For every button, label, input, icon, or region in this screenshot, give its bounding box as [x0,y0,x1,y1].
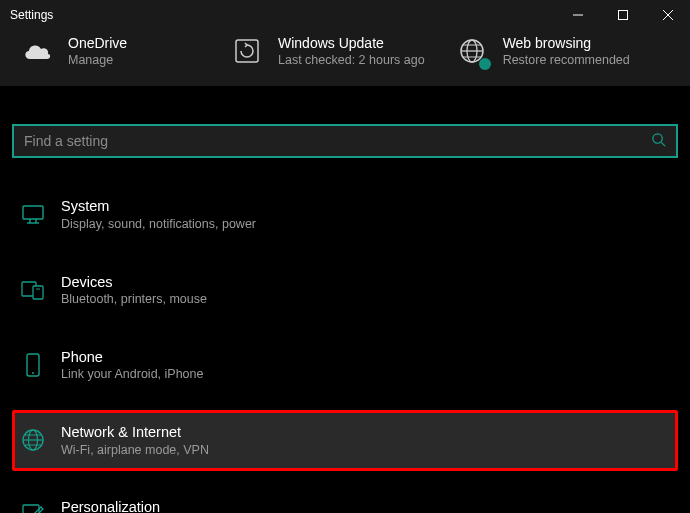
svg-point-10 [653,134,662,143]
category-sub: Wi-Fi, airplane mode, VPN [61,442,209,458]
monitor-icon [21,203,45,227]
tile-title: Web browsing [503,34,630,52]
update-icon [230,34,264,68]
maximize-button[interactable] [600,0,645,30]
svg-rect-4 [236,40,258,62]
tile-windows-update[interactable]: Windows Update Last checked: 2 hours ago [230,34,425,68]
close-button[interactable] [645,0,690,30]
tile-sub: Last checked: 2 hours ago [278,52,425,68]
category-sub: Bluetooth, printers, mouse [61,291,207,307]
svg-rect-17 [33,286,43,299]
svg-rect-12 [23,206,43,219]
category-devices[interactable]: Devices Bluetooth, printers, mouse [12,260,678,321]
svg-point-20 [32,372,34,374]
category-title: Personalization [61,498,238,513]
svg-line-11 [661,142,665,146]
titlebar: Settings [0,0,690,30]
category-personalization[interactable]: Personalization Background, lock screen,… [12,485,678,513]
paintbrush-icon [21,503,45,513]
tile-sub: Manage [68,52,127,68]
svg-rect-1 [618,11,627,20]
tile-sub: Restore recommended [503,52,630,68]
tile-onedrive[interactable]: OneDrive Manage [20,34,200,68]
tile-web-browsing[interactable]: Web browsing Restore recommended [455,34,635,68]
minimize-button[interactable] [555,0,600,30]
tile-title: Windows Update [278,34,425,52]
globe-icon [21,428,45,452]
status-badge [479,58,491,70]
search-icon [651,132,666,151]
header-tiles: OneDrive Manage Windows Update Last chec… [0,30,690,86]
search-input[interactable] [24,133,651,149]
category-sub: Link your Android, iPhone [61,366,203,382]
category-network[interactable]: Network & Internet Wi-Fi, airplane mode,… [12,410,678,471]
devices-icon [21,278,45,302]
category-title: Devices [61,273,207,292]
globe-icon [455,34,489,68]
category-list: System Display, sound, notifications, po… [12,184,678,513]
search-box[interactable] [12,124,678,158]
tile-title: OneDrive [68,34,127,52]
category-title: Phone [61,348,203,367]
category-sub: Display, sound, notifications, power [61,216,256,232]
category-title: System [61,197,256,216]
phone-icon [21,353,45,377]
category-system[interactable]: System Display, sound, notifications, po… [12,184,678,245]
category-phone[interactable]: Phone Link your Android, iPhone [12,335,678,396]
cloud-icon [20,34,54,68]
category-title: Network & Internet [61,423,209,442]
main-content: System Display, sound, notifications, po… [0,86,690,513]
window-controls [555,0,690,30]
window-title: Settings [10,8,555,22]
